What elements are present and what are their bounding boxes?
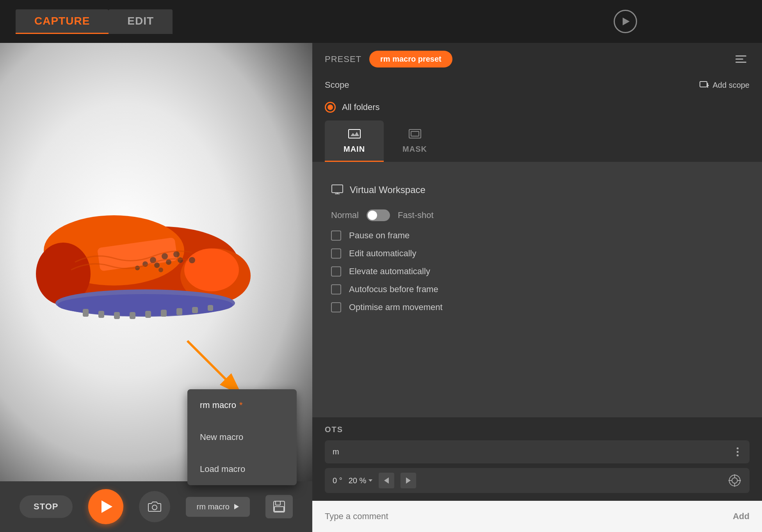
main-tab-icon: [347, 128, 361, 142]
more-options-button[interactable]: [734, 446, 742, 458]
scope-row: Scope Add scope: [312, 75, 762, 98]
menu-line-3: [735, 62, 746, 63]
prev-icon: [384, 477, 389, 484]
prev-button[interactable]: [379, 473, 394, 488]
main-tab-label: MAIN: [344, 145, 365, 154]
top-bar: CAPTURE EDIT: [0, 0, 762, 43]
tab-group: CAPTURE EDIT: [16, 9, 173, 34]
camera-button[interactable]: [139, 491, 170, 522]
stop-button[interactable]: STOP: [20, 495, 73, 518]
fastshot-label: Fast-shot: [398, 210, 434, 220]
autofocus-checkbox[interactable]: [331, 284, 341, 294]
add-scope-button[interactable]: Add scope: [699, 80, 750, 90]
elevate-automatically-row: Elevate automatically: [331, 262, 743, 280]
elevate-automatically-label: Elevate automatically: [349, 266, 430, 277]
edit-automatically-checkbox[interactable]: [331, 248, 341, 259]
svg-rect-23: [161, 310, 167, 317]
zoom-value: 20 %: [349, 476, 373, 485]
svg-rect-33: [700, 82, 707, 87]
svg-point-13: [166, 259, 171, 265]
dropdown-item-load-macro[interactable]: Load macro: [187, 453, 297, 485]
edit-automatically-row: Edit automatically: [331, 245, 743, 262]
save-icon: [272, 500, 286, 514]
svg-rect-32: [274, 507, 284, 511]
tab-edit[interactable]: EDIT: [109, 9, 173, 34]
pause-on-frame-checkbox[interactable]: [331, 231, 341, 241]
edit-automatically-label: Edit automatically: [349, 248, 416, 259]
svg-rect-38: [411, 131, 419, 136]
comment-bar: Add: [312, 501, 762, 532]
mask-tab-label: MASK: [402, 145, 427, 154]
shots-header: OTS: [325, 425, 750, 434]
optimise-arm-label: Optimise arm movement: [349, 302, 443, 312]
shot-row: m: [325, 440, 750, 463]
play-circle-button[interactable]: [614, 10, 637, 33]
radio-inner: [328, 105, 333, 110]
menu-icon-button[interactable]: [732, 52, 750, 66]
settings-panel: Virtual Workspace Normal Fast-shot Pause…: [312, 162, 762, 417]
right-panel: PRESET rm macro preset Scope Add scope: [312, 43, 762, 532]
svg-rect-21: [130, 312, 135, 319]
svg-point-14: [178, 257, 183, 263]
optimise-arm-row: Optimise arm movement: [331, 298, 743, 316]
scope-label: Scope: [325, 80, 349, 90]
add-scope-icon: [699, 80, 709, 90]
comment-input[interactable]: [325, 511, 725, 521]
fast-shot-row: Normal Fast-shot: [331, 204, 743, 227]
target-icon[interactable]: [728, 473, 742, 488]
add-comment-button[interactable]: Add: [733, 511, 750, 521]
tab-capture[interactable]: CAPTURE: [16, 9, 109, 34]
menu-line-2: [735, 59, 743, 60]
camera-icon: [148, 500, 162, 514]
autofocus-row: Autofocus before frame: [331, 280, 743, 298]
zoom-dropdown[interactable]: 20 %: [349, 476, 373, 485]
all-folders-label: All folders: [342, 102, 380, 112]
fast-shot-toggle[interactable]: [367, 209, 390, 221]
svg-point-17: [158, 268, 163, 272]
mask-tab-icon: [408, 128, 422, 142]
dropdown-menu: rm macro * New macro Load macro: [187, 389, 297, 485]
next-icon: [406, 477, 411, 484]
svg-rect-19: [98, 311, 104, 318]
tab-main[interactable]: MAIN: [325, 121, 384, 162]
svg-rect-18: [83, 309, 89, 317]
dropdown-item-new-macro[interactable]: New macro: [187, 421, 297, 453]
play-circle-icon: [623, 18, 630, 25]
rotation-value: 0 °: [333, 476, 342, 485]
zoom-chevron-icon: [369, 479, 372, 482]
rotation-row: 0 ° 20 %: [325, 468, 750, 493]
shots-section: OTS m 0 ° 20 %: [312, 417, 762, 501]
monitor-icon: [331, 184, 344, 196]
preset-row: PRESET rm macro preset: [312, 43, 762, 75]
pause-on-frame-label: Pause on frame: [349, 231, 409, 241]
all-folders-radio[interactable]: [325, 102, 336, 113]
preset-badge[interactable]: rm macro preset: [369, 51, 452, 67]
normal-label: Normal: [331, 210, 359, 220]
autofocus-label: Autofocus before frame: [349, 284, 438, 294]
camera-view: STOP rm macro: [0, 43, 312, 532]
play-button[interactable]: [88, 489, 123, 524]
toggle-wrapper: Normal Fast-shot: [331, 209, 434, 221]
macro-button[interactable]: rm macro: [186, 497, 250, 517]
more-dot-1: [737, 447, 739, 449]
svg-point-43: [732, 478, 737, 483]
svg-point-7: [184, 248, 239, 291]
preset-label: PRESET: [325, 54, 361, 64]
more-dot-3: [737, 454, 739, 456]
save-icon-button[interactable]: [265, 495, 293, 518]
svg-rect-26: [208, 305, 213, 311]
next-button[interactable]: [401, 473, 416, 488]
macro-play-icon: [234, 504, 239, 509]
elevate-automatically-checkbox[interactable]: [331, 266, 341, 277]
dropdown-item-rm-macro[interactable]: rm macro *: [187, 389, 297, 421]
main-content: STOP rm macro: [0, 43, 762, 532]
play-icon: [101, 500, 112, 513]
tab-mask[interactable]: MASK: [384, 121, 446, 162]
virtual-workspace-label: Virtual Workspace: [350, 184, 426, 195]
view-tabs: MAIN MASK: [312, 121, 762, 162]
menu-line-1: [735, 55, 746, 57]
svg-rect-36: [349, 129, 360, 138]
svg-rect-20: [114, 312, 120, 319]
optimise-arm-checkbox[interactable]: [331, 302, 341, 312]
svg-rect-39: [332, 185, 343, 193]
